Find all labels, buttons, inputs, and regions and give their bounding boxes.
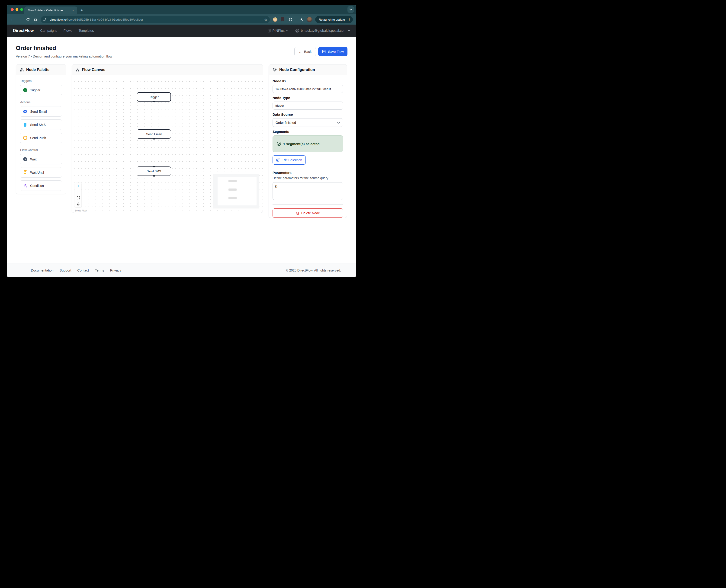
palette-item-wait-until[interactable]: Wait Until — [20, 167, 62, 177]
new-tab-button[interactable]: + — [79, 7, 85, 14]
back-button[interactable]: ← Back — [294, 47, 316, 56]
edit-selection-button[interactable]: Edit Selection — [272, 155, 306, 165]
node-handle[interactable] — [153, 166, 155, 167]
browser-window: Flow Builder - Order finished × + ← → di… — [7, 5, 356, 277]
condition-icon — [23, 183, 27, 188]
chevron-down-icon — [348, 30, 350, 31]
nav-link-campaigns[interactable]: Campaigns — [40, 29, 57, 33]
footer-link-support[interactable]: Support — [60, 269, 71, 272]
user-menu[interactable]: bmackay@globaldisposal.com — [295, 29, 350, 33]
push-icon — [23, 135, 27, 140]
org-selector[interactable]: PINPlus — [267, 29, 288, 33]
node-handle[interactable] — [153, 101, 155, 102]
org-name: PINPlus — [272, 29, 285, 33]
node-palette-header: Node Palette — [16, 64, 66, 75]
minimap-node — [228, 189, 236, 191]
lock-button[interactable] — [75, 201, 81, 207]
node-id-input[interactable] — [272, 85, 343, 93]
page-title: Order finished — [16, 44, 112, 52]
node-handle[interactable] — [153, 129, 155, 130]
flow-canvas[interactable]: Trigger Send Email Send SMS + − — [72, 75, 263, 213]
browser-menu-icon[interactable]: ⋮ — [347, 17, 351, 22]
nav-link-flows[interactable]: Flows — [64, 29, 72, 33]
node-send-sms[interactable]: Send SMS — [137, 167, 171, 176]
node-handle[interactable] — [153, 138, 155, 140]
url-domain: directflow.io — [50, 18, 66, 21]
hourglass-icon — [23, 170, 27, 174]
node-send-email[interactable]: Send Email — [137, 129, 171, 139]
tab-title: Flow Builder - Order finished — [27, 9, 69, 12]
nav-link-templates[interactable]: Templates — [79, 29, 94, 33]
chevron-down-icon — [286, 30, 288, 31]
node-type-label: Node Type — [272, 96, 343, 100]
close-window-button[interactable] — [11, 8, 14, 11]
fit-view-button[interactable] — [75, 195, 81, 201]
reload-icon[interactable] — [25, 17, 30, 22]
node-configuration-header: Node Configuration — [269, 64, 347, 75]
zoom-in-button[interactable]: + — [75, 183, 81, 189]
node-palette-panel: Node Palette Triggers Trigger Actions — [16, 64, 66, 194]
palette-item-wait[interactable]: Wait — [20, 154, 62, 164]
maximize-window-button[interactable] — [20, 8, 23, 11]
footer-link-privacy[interactable]: Privacy — [110, 269, 121, 272]
extension-avatar-icon[interactable] — [273, 17, 277, 22]
bookmark-star-icon[interactable]: ☆ — [264, 17, 267, 22]
canvas-controls: + − — [75, 183, 81, 207]
canvas-minimap[interactable] — [213, 174, 259, 208]
palette-item-send-push[interactable]: Send Push — [20, 133, 62, 143]
minimize-window-button[interactable] — [16, 8, 18, 11]
palette-item-send-sms[interactable]: Send SMS — [20, 120, 62, 130]
palette-item-condition[interactable]: Condition — [20, 181, 62, 191]
site-settings-icon[interactable] — [42, 17, 47, 22]
download-icon[interactable] — [299, 17, 304, 22]
footer-link-documentation[interactable]: Documentation — [31, 269, 54, 272]
segments-status-text: 1 segment(s) selected — [283, 142, 319, 146]
tab-close-icon[interactable]: × — [71, 8, 75, 12]
palette-item-trigger[interactable]: Trigger — [20, 85, 62, 95]
parameters-description: Define parameters for the source query — [272, 176, 343, 180]
data-source-select[interactable]: Order finished — [272, 118, 343, 127]
footer-link-contact[interactable]: Contact — [77, 269, 89, 272]
tab-search-button[interactable] — [348, 6, 354, 13]
node-handle[interactable] — [153, 175, 155, 177]
relaunch-update-button[interactable]: Relaunch to update ⋮ — [315, 16, 353, 23]
zoom-out-button[interactable]: − — [75, 189, 81, 195]
back-icon[interactable]: ← — [10, 17, 15, 22]
arrow-left-icon: ← — [299, 50, 302, 54]
page-header: Order finished Version 7 - Design and co… — [7, 37, 356, 58]
address-bar[interactable]: directflow.io/flows/68d5195b-88fa-4b04-b… — [41, 16, 270, 23]
user-email: bmackay@globaldisposal.com — [301, 29, 346, 33]
palette-item-send-email[interactable]: Send Email — [20, 106, 62, 117]
relaunch-label: Relaunch to update — [319, 18, 345, 21]
email-icon — [23, 109, 27, 113]
node-trigger[interactable]: Trigger — [137, 92, 171, 102]
segments-status-box: 1 segment(s) selected — [272, 135, 343, 152]
palette-item-label: Trigger — [30, 88, 40, 92]
edge-trigger-email — [154, 102, 154, 129]
flow-canvas-panel: Flow Canvas Trigger Send Email Send S — [72, 64, 263, 213]
app-logo[interactable]: DirectFlow — [13, 28, 34, 33]
home-icon[interactable] — [33, 17, 38, 22]
flow-canvas-header: Flow Canvas — [72, 64, 263, 75]
forward-icon[interactable]: → — [18, 17, 22, 22]
profile-avatar[interactable] — [307, 17, 312, 22]
toolbar-divider — [296, 17, 296, 22]
node-handle[interactable] — [153, 92, 155, 93]
edit-icon — [276, 158, 280, 162]
save-flow-button[interactable]: Save Flow — [318, 47, 348, 56]
palette-item-label: Condition — [30, 184, 44, 188]
svelte-flow-attribution[interactable]: Svelte Flow — [75, 209, 87, 212]
parameters-textarea[interactable]: {} — [272, 182, 343, 200]
app-footer: Documentation Support Contact Terms Priv… — [7, 263, 356, 277]
node-type-input[interactable] — [272, 102, 343, 110]
minimap-node — [228, 197, 236, 199]
node-id-label: Node ID — [272, 79, 343, 83]
delete-node-button[interactable]: Delete Node — [272, 208, 343, 218]
segments-label: Segments — [272, 130, 343, 133]
app-navbar: DirectFlow Campaigns Flows Templates PIN… — [7, 25, 356, 37]
footer-link-terms[interactable]: Terms — [95, 269, 104, 272]
extension-ribbon-icon[interactable] — [281, 17, 285, 22]
browser-tab[interactable]: Flow Builder - Order finished × — [24, 6, 77, 14]
extensions-puzzle-icon[interactable] — [288, 17, 293, 22]
palette-item-label: Send SMS — [30, 123, 46, 127]
